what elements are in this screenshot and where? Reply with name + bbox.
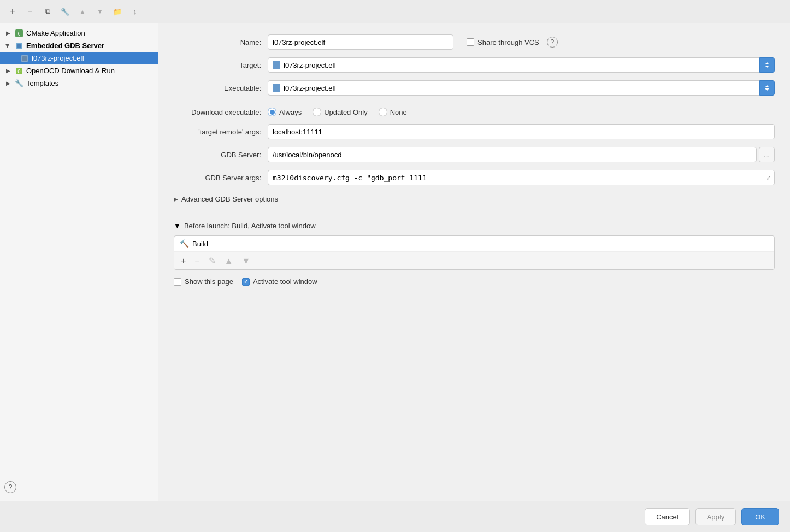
gdb-server-input[interactable] <box>268 147 757 162</box>
tree-item-embedded-gdb[interactable]: ▶ Embedded GDB Server <box>0 39 158 52</box>
before-launch-title: Before launch: Build, Activate tool wind… <box>184 222 316 230</box>
radio-updated-only-label: Updated Only <box>324 108 368 116</box>
folder-button[interactable]: 📁 <box>110 4 125 19</box>
elf-icon <box>20 55 30 62</box>
bottom-options: Show this page ✓ Activate tool window <box>174 277 775 286</box>
name-label: Name: <box>174 38 261 46</box>
download-executable-row: Download executable: Always Updated Only <box>174 108 775 116</box>
executable-dropdown-icon <box>273 84 280 92</box>
show-page-checkbox[interactable] <box>174 278 181 286</box>
before-launch-section: ▼ Before launch: Build, Activate tool wi… <box>174 220 775 270</box>
vcs-help-icon[interactable]: ? <box>547 37 558 48</box>
args-expand-button[interactable]: ⤢ <box>764 173 773 182</box>
copy-button[interactable]: ⧉ <box>40 4 55 19</box>
target-dropdown[interactable]: l073rz-project.elf <box>268 57 775 73</box>
cancel-button[interactable]: Cancel <box>645 508 689 525</box>
move-up-button[interactable]: ▲ <box>75 4 90 19</box>
target-remote-row: 'target remote' args: <box>174 124 775 139</box>
left-panel: ▶ C CMake Application ▶ <box>0 23 158 501</box>
chevron-openocd: ▶ <box>4 67 12 75</box>
radio-always[interactable]: Always <box>268 108 302 116</box>
build-label: Build <box>192 240 208 248</box>
radio-none-outer <box>379 108 387 116</box>
tree-label-embedded-gdb: Embedded GDB Server <box>26 42 104 50</box>
gdb-server-args-input[interactable] <box>268 170 775 185</box>
launch-down-button[interactable]: ▼ <box>240 255 253 267</box>
gdb-server-label: GDB Server: <box>174 151 261 159</box>
share-vcs-checkbox[interactable] <box>467 38 474 46</box>
advanced-gdb-divider <box>285 199 775 199</box>
target-row: Target: l073rz-project.elf <box>174 57 775 73</box>
radio-updated-only[interactable]: Updated Only <box>313 108 368 116</box>
cmake-icon: C <box>14 29 24 37</box>
copy-icon: ⧉ <box>45 7 50 16</box>
target-remote-label: 'target remote' args: <box>174 128 261 136</box>
remove-button[interactable]: − <box>23 4 37 19</box>
move-down-button[interactable]: ▼ <box>93 4 107 19</box>
gdb-server-args-row: GDB Server args: ⤢ <box>174 170 775 185</box>
settings-button[interactable]: 🔧 <box>58 4 72 19</box>
executable-dropdown-arrow[interactable] <box>759 80 775 96</box>
target-dropdown-value: l073rz-project.elf <box>284 61 336 69</box>
tree-item-openocd[interactable]: ▶ O OpenOCD Download & Run <box>0 64 158 77</box>
gdb-server-args-label: GDB Server args: <box>174 174 261 182</box>
activate-window-option[interactable]: ✓ Activate tool window <box>242 277 317 286</box>
launch-remove-button[interactable]: − <box>192 255 202 267</box>
build-row[interactable]: 🔨 Build <box>174 236 774 252</box>
executable-label: Executable: <box>174 84 261 92</box>
activate-window-checkbox[interactable]: ✓ <box>242 278 250 286</box>
wrench-icon: 🔧 <box>14 80 24 87</box>
tree-item-cmake[interactable]: ▶ C CMake Application <box>0 27 158 39</box>
svg-rect-5 <box>22 56 27 61</box>
tree-item-templates[interactable]: ▶ 🔧 Templates <box>0 77 158 90</box>
name-input[interactable] <box>268 34 453 50</box>
launch-up-button[interactable]: ▲ <box>222 255 235 267</box>
radio-always-inner <box>270 110 275 115</box>
launch-edit-icon: ✎ <box>209 256 216 265</box>
target-dropdown-arrow[interactable] <box>759 57 775 73</box>
chevron-embedded-gdb: ▶ <box>4 42 12 50</box>
gdb-server-browse-button[interactable]: ... <box>759 147 775 162</box>
radio-none[interactable]: None <box>379 108 407 116</box>
advanced-gdb-chevron: ▶ <box>174 196 178 202</box>
svg-text:O: O <box>17 69 20 74</box>
launch-up-icon: ▲ <box>225 256 233 265</box>
share-vcs-label: Share through VCS <box>477 38 539 46</box>
launch-edit-button[interactable]: ✎ <box>207 255 218 267</box>
launch-down-icon: ▼ <box>242 256 251 265</box>
svg-text:C: C <box>18 32 21 37</box>
before-launch-header[interactable]: ▼ Before launch: Build, Activate tool wi… <box>174 220 775 232</box>
sort-button[interactable]: ↕ <box>128 4 142 19</box>
gdb-server-row: GDB Server: ... <box>174 147 775 162</box>
apply-button[interactable]: Apply <box>695 508 736 525</box>
target-remote-input[interactable] <box>268 124 775 139</box>
ok-button[interactable]: OK <box>741 508 779 525</box>
openocd-icon: O <box>14 67 24 75</box>
tree-item-l073rz[interactable]: l073rz-project.elf <box>0 52 158 64</box>
move-up-icon: ▲ <box>80 8 86 15</box>
chevron-cmake: ▶ <box>4 29 12 37</box>
target-dropdown-icon <box>273 61 280 69</box>
tree-label-l073rz: l073rz-project.elf <box>32 54 84 62</box>
help-button[interactable]: ? <box>4 481 16 493</box>
bottom-left: ? <box>0 477 158 498</box>
before-launch-divider <box>322 226 775 226</box>
right-panel: Name: Share through VCS ? Target: <box>158 23 790 501</box>
svg-rect-3 <box>17 44 21 48</box>
remove-icon: − <box>27 7 32 16</box>
launch-add-button[interactable]: + <box>179 255 188 267</box>
executable-dropdown[interactable]: l073rz-project.elf <box>268 80 775 96</box>
show-page-label: Show this page <box>185 277 233 286</box>
gdb-server-args-wrapper: ⤢ <box>268 170 775 185</box>
download-executable-label: Download executable: <box>174 108 261 116</box>
tree-label-cmake: CMake Application <box>26 29 85 37</box>
activate-window-checkmark: ✓ <box>244 279 248 285</box>
radio-always-label: Always <box>279 108 302 116</box>
target-dropdown-wrapper: l073rz-project.elf <box>268 57 775 73</box>
advanced-gdb-header[interactable]: ▶ Advanced GDB Server options <box>174 193 775 205</box>
settings-icon: 🔧 <box>61 8 69 16</box>
advanced-gdb-section: ▶ Advanced GDB Server options <box>174 193 775 205</box>
show-page-option[interactable]: Show this page <box>174 277 233 286</box>
chip-icon <box>14 42 24 50</box>
add-button[interactable]: + <box>5 4 20 19</box>
